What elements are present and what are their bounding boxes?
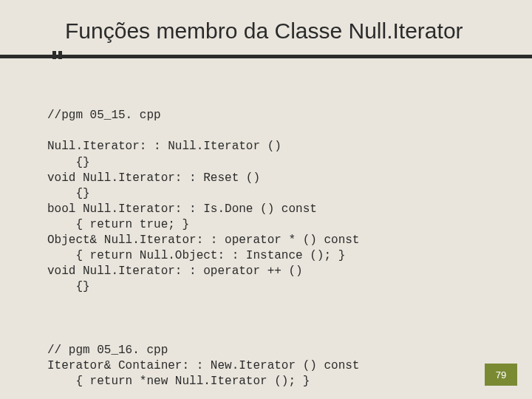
slide-title: Funções membro da Classe Null.Iterator: [65, 18, 532, 44]
rule-tick-icon: [52, 51, 56, 59]
content-area: //pgm 05_15. cpp Null.Iterator: : Null.I…: [0, 64, 532, 399]
code-block-2: // pgm 05_16. cpp Iterator& Container: :…: [47, 343, 502, 389]
horizontal-rule: [0, 55, 532, 58]
page-number-badge: 79: [485, 364, 517, 386]
code-block-1: //pgm 05_15. cpp Null.Iterator: : Null.I…: [47, 108, 502, 295]
title-block: Funções membro da Classe Null.Iterator: [0, 0, 532, 49]
slide: Funções membro da Classe Null.Iterator /…: [0, 0, 532, 399]
rule-tick-icon: [58, 51, 62, 59]
divider: [0, 53, 532, 64]
page-number: 79: [496, 369, 506, 381]
